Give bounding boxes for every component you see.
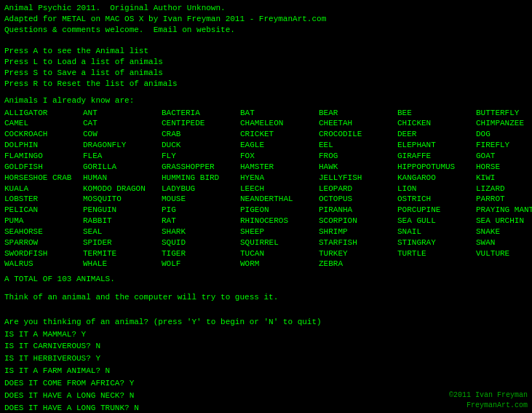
animal-name: OSTRICH xyxy=(397,194,476,205)
animal-name: KIWI xyxy=(476,173,532,184)
animal-name: DRAGONFLY xyxy=(83,140,162,151)
animal-name: FROG xyxy=(319,151,397,162)
animal-name: ANT xyxy=(83,108,162,119)
animal-name: ZEBRA xyxy=(319,259,397,270)
animal-name: TUCAN xyxy=(240,248,319,259)
header-line4 xyxy=(4,36,528,47)
animal-col-4: BEARCHEETAHCROCODILEEELFROGHAWKJELLYFISH… xyxy=(319,108,397,270)
animal-name: SEAHORSE xyxy=(4,227,83,237)
animal-name: PIG xyxy=(162,205,240,216)
animal-name: HORSE xyxy=(476,162,532,173)
animal-name: STARFISH xyxy=(319,237,397,248)
animal-name: SPIDER xyxy=(83,237,162,248)
header-line3: Questions & comments welcome. Email on w… xyxy=(4,25,528,36)
animal-name: CHIMPANZEE xyxy=(476,118,532,129)
animal-name: HAMSTER xyxy=(240,162,319,173)
total-line: A TOTAL OF 103 ANIMALS. xyxy=(4,274,528,285)
footer-line2: FreymanArt.com xyxy=(449,401,528,411)
animal-name: NEANDERTHAL xyxy=(240,194,319,205)
animal-name: BAT xyxy=(240,108,319,119)
animal-name: BEE xyxy=(397,108,476,119)
animal-name: BUTTERFLY xyxy=(476,108,532,119)
animal-name: CHAMELEON xyxy=(240,118,319,129)
qa-line-0: IS IT A MAMMAL? Y xyxy=(4,329,528,340)
animal-name: PARROT xyxy=(476,194,532,205)
animal-name: LEECH xyxy=(240,184,319,194)
animal-name: CROCODILE xyxy=(319,129,397,140)
animal-name: SHRIMP xyxy=(319,227,397,237)
animal-name: SNAKE xyxy=(476,227,532,237)
animal-name: RAT xyxy=(162,216,240,227)
animal-col-0: ALLIGATORCAMELCOCKROACHDOLPHINFLAMINGOGO… xyxy=(4,108,83,270)
animal-name: FLY xyxy=(162,151,240,162)
animal-name: SEA GULL xyxy=(397,216,476,227)
animal-name: SPARROW xyxy=(4,237,83,248)
animal-name: KOMODO DRAGON xyxy=(83,184,162,194)
animal-name: CHICKEN xyxy=(397,118,476,129)
animal-name: SQUID xyxy=(162,237,240,248)
animal-name: SEA URCHIN xyxy=(476,216,532,227)
animal-name: CAT xyxy=(83,118,162,129)
animal-name: HAWK xyxy=(319,162,397,173)
animal-name: LIZARD xyxy=(476,184,532,194)
animal-name: SWAN xyxy=(476,237,532,248)
animal-name: TURTLE xyxy=(397,248,476,259)
animal-name: MOUSE xyxy=(162,194,240,205)
qa-line-3: IS IT A FARM ANIMAL? N xyxy=(4,366,528,377)
animal-col-2: BACTERIACENTIPEDECRABDUCKFLYGRASSHOPPERH… xyxy=(162,108,240,270)
animal-name: FIREFLY xyxy=(476,140,532,151)
animal-col-3: BATCHAMELEONCRICKETEAGLEFOXHAMSTERHYENAL… xyxy=(240,108,319,270)
animal-name: SNAIL xyxy=(397,227,476,237)
animal-name: SQUIRREL xyxy=(240,237,319,248)
animal-columns: ALLIGATORCAMELCOCKROACHDOLPHINFLAMINGOGO… xyxy=(4,108,528,270)
animal-name: LADYBUG xyxy=(162,184,240,194)
animal-name: DOLPHIN xyxy=(4,140,83,151)
animal-col-5: BEECHICKENDEERELEPHANTGIRAFFEHIPPOPOTUMU… xyxy=(397,108,476,270)
footer: ©2011 Ivan Freyman FreymanArt.com xyxy=(449,390,528,410)
animal-name: EAGLE xyxy=(240,140,319,151)
header-line7: Press S to Save a list of animals xyxy=(4,68,528,79)
animal-name: WHALE xyxy=(83,259,162,270)
animal-name: SWORDFISH xyxy=(4,248,83,259)
animal-name: PENGUIN xyxy=(83,205,162,216)
animal-name: HIPPOPOTUMUS xyxy=(397,162,476,173)
animal-name: TIGER xyxy=(162,248,240,259)
animal-name: GORILLA xyxy=(83,162,162,173)
animal-name: SCORPION xyxy=(319,216,397,227)
animal-name: DOG xyxy=(476,129,532,140)
header-line6: Press L to Load a list of animals xyxy=(4,57,528,68)
animal-col-1: ANTCATCOWDRAGONFLYFLEAGORILLAHUMANKOMODO… xyxy=(83,108,162,270)
animal-name: LEOPARD xyxy=(319,184,397,194)
qa-line-4: DOES IT COME FROM AFRICA? Y xyxy=(4,378,528,389)
animal-name: RHINOCEROS xyxy=(240,216,319,227)
animal-name: PORCUPINE xyxy=(397,205,476,216)
animal-name: PUMA xyxy=(4,216,83,227)
animal-name: DUCK xyxy=(162,140,240,151)
animal-name: WALRUS xyxy=(4,259,83,270)
header-line8: Press R to Reset the list of animals xyxy=(4,79,528,90)
animal-name: WORM xyxy=(240,259,319,270)
animal-name: KUALA xyxy=(4,184,83,194)
animals-label: Animals I already know are: xyxy=(4,95,528,106)
animal-name: SHEEP xyxy=(240,227,319,237)
animal-name: EEL xyxy=(319,140,397,151)
animal-name: BACTERIA xyxy=(162,108,240,119)
animal-name: MOSQUITO xyxy=(83,194,162,205)
game-intro: Think of an animal and the computer will… xyxy=(4,292,528,303)
animal-name: HYENA xyxy=(240,173,319,184)
animal-name: CHEETAH xyxy=(319,118,397,129)
footer-line1: ©2011 Ivan Freyman xyxy=(449,390,528,401)
animal-name: RABBIT xyxy=(83,216,162,227)
animal-name: DEER xyxy=(397,129,476,140)
animal-name: FLEA xyxy=(83,151,162,162)
header-section: Animal Psychic 2011. Original Author Unk… xyxy=(4,3,528,90)
game-q1 xyxy=(4,304,528,315)
animal-name: LION xyxy=(397,184,476,194)
animal-name: PIRANHA xyxy=(319,205,397,216)
animal-name: SHARK xyxy=(162,227,240,237)
animal-name: FLAMINGO xyxy=(4,151,83,162)
animal-name: HUMAN xyxy=(83,173,162,184)
animal-name: CRICKET xyxy=(240,129,319,140)
animal-name: TURKEY xyxy=(319,248,397,259)
animal-name: COW xyxy=(83,129,162,140)
